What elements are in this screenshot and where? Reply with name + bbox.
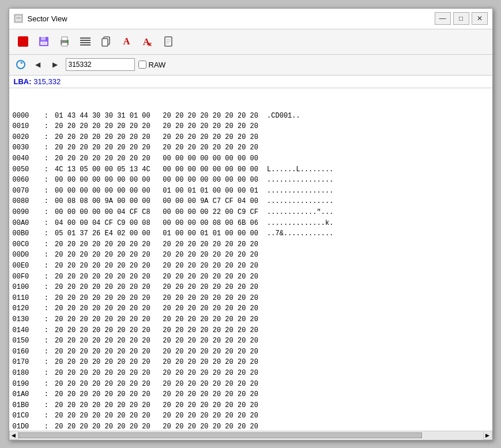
hex-bytes: 20 20 20 20 20 20 20 20 20 20 20 20 20 2… [55,261,262,272]
scroll-left-button[interactable]: ◀ [9,431,18,440]
font-x-button[interactable]: A x [138,32,157,51]
title-controls: — □ ✕ [435,12,488,25]
hex-bytes: 20 20 20 20 20 20 20 20 20 20 20 20 20 2… [55,400,262,411]
hex-bytes: 05 01 37 26 E4 02 00 00 01 00 00 01 01 0… [55,228,262,239]
scroll-thumb[interactable] [18,432,422,438]
stop-button[interactable] [14,32,32,51]
hex-ascii: .CD001.. [267,111,333,122]
table-row: 0090 : 00 00 00 00 00 04 CF C8 00 00 00 … [13,207,489,218]
table-row: 0000 : 01 43 44 30 30 31 01 00 20 20 20 … [13,111,489,122]
hex-ascii [267,132,333,143]
hex-colon: : [40,314,53,325]
hex-colon: : [40,196,53,207]
font-a-button[interactable]: A [118,32,136,51]
hex-ascii: ..............k. [267,218,333,229]
hex-address: 0100 [13,282,40,293]
table-row: 0020 : 20 20 20 20 20 20 20 20 20 20 20 … [13,132,489,143]
hex-colon: : [40,186,53,197]
list-icon [80,37,91,46]
table-row: 00F0 : 20 20 20 20 20 20 20 20 20 20 20 … [13,272,489,283]
hex-bytes: 20 20 20 20 20 20 20 20 00 00 00 00 00 0… [55,153,262,164]
svg-rect-8 [62,37,67,40]
copy-button[interactable] [97,32,115,51]
hex-colon: : [40,325,53,336]
refresh-button[interactable] [14,58,28,71]
hex-address: 01B0 [13,400,40,411]
doc-button[interactable] [159,32,178,51]
hex-colon: : [40,282,53,293]
hex-address: 0180 [13,368,40,379]
hex-bytes: 20 20 20 20 20 20 20 20 20 20 20 20 20 2… [55,357,262,368]
table-row: 0190 : 20 20 20 20 20 20 20 20 20 20 20 … [13,379,489,390]
hex-bytes: 00 08 08 00 9A 00 00 00 00 00 00 9A C7 C… [55,196,262,207]
save-icon [38,36,50,47]
hex-ascii [267,303,333,314]
font-x-icon: A x [142,36,153,47]
hex-ascii: ............"... [267,207,333,218]
scroll-track[interactable] [18,431,483,440]
table-row: 01C0 : 20 20 20 20 20 20 20 20 20 20 20 … [13,411,489,421]
table-row: 0170 : 20 20 20 20 20 20 20 20 20 20 20 … [13,357,489,368]
hex-address: 0020 [13,132,40,143]
close-button[interactable]: ✕ [472,12,488,25]
hex-scroll[interactable]: 0000 : 01 43 44 30 30 31 01 00 20 20 20 … [9,88,492,431]
table-row: 01D0 : 20 20 20 20 20 20 20 20 20 20 20 … [13,421,489,431]
hex-bytes: 20 20 20 20 20 20 20 20 20 20 20 20 20 2… [55,132,262,143]
hex-address: 0120 [13,303,40,314]
raw-checkbox[interactable] [138,61,146,69]
hex-address: 00A0 [13,218,40,229]
hex-address: 0190 [13,379,40,390]
hex-colon: : [40,336,53,347]
table-row: 01A0 : 20 20 20 20 20 20 20 20 20 20 20 … [13,389,489,400]
hex-address: 0130 [13,314,40,325]
svg-rect-1 [16,16,21,21]
print-button[interactable] [55,32,74,51]
hex-ascii [267,239,333,250]
hex-ascii [267,336,333,347]
window-icon [14,14,23,23]
hex-address: 0080 [13,196,40,207]
hex-bytes: 20 20 20 20 20 20 20 20 20 20 20 20 20 2… [55,325,262,336]
hex-ascii [267,261,333,272]
table-row: 0040 : 20 20 20 20 20 20 20 20 00 00 00 … [13,153,489,164]
hex-address: 01D0 [13,421,40,431]
sector-input[interactable] [66,58,135,71]
hex-colon: : [40,303,53,314]
hex-ascii [267,389,333,400]
hex-bytes: 20 20 20 20 20 20 20 20 20 20 20 20 20 2… [55,368,262,379]
table-row: 0070 : 00 00 00 00 00 00 00 00 01 00 01 … [13,186,489,197]
hex-colon: : [40,153,53,164]
table-row: 0110 : 20 20 20 20 20 20 20 20 20 20 20 … [13,293,489,304]
table-row: 0160 : 20 20 20 20 20 20 20 20 20 20 20 … [13,347,489,357]
back-button[interactable]: ◀ [31,58,45,71]
title-bar: Sector View — □ ✕ [9,9,492,29]
hex-bytes: 04 00 00 04 CF C9 00 08 00 00 00 00 08 0… [55,218,262,229]
hex-address: 0010 [13,121,40,132]
hex-address: 00B0 [13,228,40,239]
hex-bytes: 20 20 20 20 20 20 20 20 20 20 20 20 20 2… [55,411,262,421]
list-button[interactable] [76,32,95,51]
hex-bytes: 20 20 20 20 20 20 20 20 20 20 20 20 20 2… [55,379,262,390]
minimize-button[interactable]: — [435,12,451,25]
hex-address: 0160 [13,347,40,357]
hex-address: 0000 [13,111,40,122]
save-button[interactable] [35,32,53,51]
hex-colon: : [40,121,53,132]
back-icon: ◀ [35,61,40,69]
hex-colon: : [40,239,53,250]
hex-ascii [267,282,333,293]
hex-bytes: 20 20 20 20 20 20 20 20 20 20 20 20 20 2… [55,272,262,283]
scroll-right-button[interactable]: ▶ [483,431,492,440]
table-row: 0140 : 20 20 20 20 20 20 20 20 20 20 20 … [13,325,489,336]
hex-ascii [267,368,333,379]
hex-ascii [267,250,333,261]
hex-colon: : [40,400,53,411]
table-row: 00C0 : 20 20 20 20 20 20 20 20 20 20 20 … [13,239,489,250]
horizontal-scrollbar[interactable]: ◀ ▶ [9,431,492,440]
hex-colon: : [40,368,53,379]
hex-bytes: 20 20 20 20 20 20 20 20 20 20 20 20 20 2… [55,282,262,293]
maximize-button[interactable]: □ [453,12,469,25]
hex-ascii [267,142,333,153]
raw-label: RAW [138,61,166,69]
forward-button[interactable]: ▶ [48,58,62,71]
